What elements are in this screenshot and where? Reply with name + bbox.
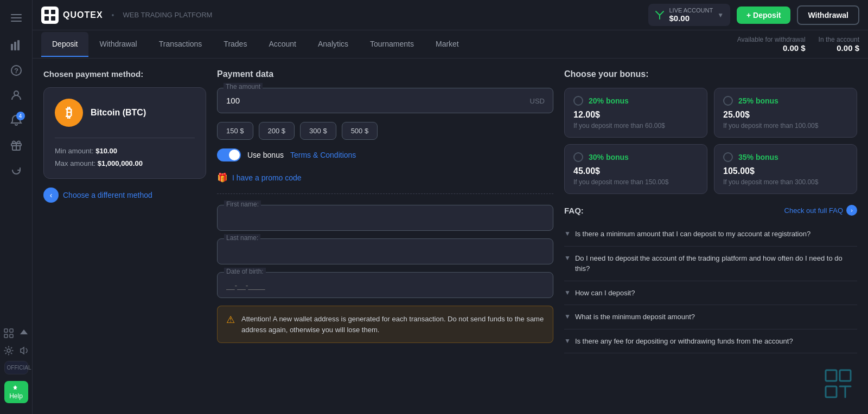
faq-item-1[interactable]: ▼ Is there a minimum amount that I can d…: [564, 222, 857, 247]
terms-link[interactable]: Terms & Conditions: [290, 151, 356, 159]
settings-icon[interactable]: [4, 346, 14, 355]
content-area: Chosen payment method: ₿ Bitcoin (BTC) M…: [33, 59, 868, 414]
official-button[interactable]: OFFICIAL: [4, 361, 28, 374]
last-name-field: Last name:: [217, 238, 553, 264]
faq-chevron-3: ▼: [564, 289, 571, 296]
payment-card: ₿ Bitcoin (BTC) Min amount: $10.00 Max a…: [43, 87, 206, 179]
bonus-radio-25[interactable]: [723, 96, 733, 106]
dob-label: Date of birth:: [224, 268, 266, 275]
gift-icon: 🎁: [217, 172, 228, 183]
tab-transactions[interactable]: Transactions: [148, 32, 213, 57]
bonus-toggle-row: Use bonus Terms & Conditions: [217, 148, 553, 161]
amount-500[interactable]: 500 $: [342, 122, 378, 140]
tab-analytics[interactable]: Analytics: [307, 32, 359, 57]
faq-title: FAQ:: [564, 206, 584, 215]
payment-name: Bitcoin (BTC): [91, 108, 146, 118]
svg-rect-1: [11, 17, 22, 18]
header: QUOTEX • WEB TRADING PLATFORM LIVE ACCOU…: [33, 0, 868, 30]
faq-item-3[interactable]: ▼ How can I deposit?: [564, 281, 857, 306]
bonus-card-25-header: 25% bonus: [723, 96, 848, 106]
use-bonus-toggle[interactable]: [217, 148, 241, 161]
nav-tabs: Deposit Withdrawal Transactions Trades A…: [33, 30, 868, 59]
bonus-card-30[interactable]: 30% bonus 45.00$ If you deposit more tha…: [564, 144, 707, 194]
sidebar-person-icon[interactable]: [5, 85, 27, 106]
tab-market[interactable]: Market: [425, 32, 470, 57]
use-bonus-label: Use bonus: [247, 151, 284, 159]
attention-text: Attention! A new wallet address is gener…: [241, 314, 544, 335]
svg-rect-12: [10, 329, 13, 332]
svg-point-15: [7, 349, 10, 352]
amount-input[interactable]: [217, 88, 553, 113]
platform-text: WEB TRADING PLATFORM: [123, 11, 212, 19]
sidebar-expand-icon[interactable]: [4, 326, 29, 340]
sidebar-chart-icon[interactable]: [5, 35, 27, 56]
help-button[interactable]: Help: [4, 381, 28, 403]
bonus-radio-35[interactable]: [723, 152, 733, 162]
faq-item-2[interactable]: ▼ Do I need to deposit the account of th…: [564, 247, 857, 281]
dob-input[interactable]: [226, 281, 544, 290]
toggle-knob: [229, 150, 240, 160]
bonus-25-condition: If you deposit more than 100.00$: [723, 122, 848, 130]
faq-chevron-1: ▼: [564, 230, 571, 237]
header-withdrawal-button[interactable]: Withdrawal: [797, 5, 859, 25]
bonus-card-20[interactable]: 20% bonus 12.00$ If you deposit more tha…: [564, 88, 707, 138]
svg-point-8: [14, 91, 18, 95]
faq-header: FAQ: Check out full FAQ ›: [564, 205, 857, 216]
bonus-card-35[interactable]: 35% bonus 105.00$ If you deposit more th…: [714, 144, 857, 194]
last-name-input[interactable]: [226, 248, 544, 256]
bonus-30-amount: 45.00$: [573, 166, 698, 176]
amount-200[interactable]: 200 $: [259, 122, 295, 140]
sidebar-menu-icon[interactable]: [5, 7, 27, 29]
min-amount-row: Min amount: $10.00: [55, 147, 195, 155]
bonus-radio-30[interactable]: [573, 152, 583, 162]
logo-text: QUOTEX: [63, 10, 103, 20]
tab-tournaments[interactable]: Tournaments: [359, 32, 425, 57]
tab-withdrawal[interactable]: Withdrawal: [88, 32, 148, 57]
volume-icon[interactable]: [19, 346, 29, 355]
bonus-radio-20[interactable]: [573, 96, 583, 106]
header-deposit-button[interactable]: + Deposit: [737, 7, 790, 24]
payment-method-title: Chosen payment method:: [43, 69, 206, 79]
amount-300[interactable]: 300 $: [300, 122, 336, 140]
tab-account[interactable]: Account: [258, 32, 307, 57]
bonus-30-condition: If you deposit more than 150.00$: [573, 178, 698, 186]
faq-text-5: Is there any fee for depositing or withd…: [575, 336, 793, 347]
right-panel: Choose your bonus: 20% bonus 12.00$ If y…: [564, 69, 857, 403]
sidebar-gift-icon[interactable]: [5, 134, 27, 156]
first-name-input[interactable]: [226, 214, 544, 223]
promo-code-link[interactable]: 🎁 I have a promo code: [217, 172, 553, 194]
signal-icon: [655, 10, 665, 20]
svg-rect-5: [17, 40, 20, 50]
payment-data-title: Payment data: [217, 69, 553, 79]
faq-full-link[interactable]: Check out full FAQ ›: [784, 205, 857, 216]
svg-rect-16: [44, 10, 49, 14]
tab-deposit[interactable]: Deposit: [41, 32, 88, 57]
faq-chevron-4: ▼: [564, 313, 571, 320]
svg-rect-17: [51, 10, 55, 14]
bonus-card-25[interactable]: 25% bonus 25.00$ If you deposit more tha…: [714, 88, 857, 138]
bonus-section-title: Choose your bonus:: [564, 69, 857, 79]
faq-item-5[interactable]: ▼ Is there any fee for depositing or wit…: [564, 329, 857, 354]
choose-different-method[interactable]: ‹ Choose a different method: [43, 187, 206, 203]
svg-rect-19: [51, 16, 55, 21]
max-amount-row: Max amount: $1,000,000.00: [55, 159, 195, 167]
amount-150[interactable]: 150 $: [217, 122, 253, 140]
svg-text:?: ?: [14, 67, 18, 75]
sidebar-help-icon[interactable]: ?: [5, 60, 27, 81]
bonus-35-label: 35% bonus: [738, 153, 778, 161]
faq-item-4[interactable]: ▼ What is the minimum deposit amount?: [564, 305, 857, 329]
currency-suffix: USD: [530, 96, 545, 105]
sidebar: ? 4: [0, 0, 33, 414]
available-for-withdrawal: Available for withdrawal 0.00 $: [737, 36, 806, 53]
faq-arrow-icon: ›: [846, 205, 857, 216]
tab-trades[interactable]: Trades: [213, 32, 258, 57]
sidebar-settings-row: [4, 344, 29, 358]
faq-text-3: How can I deposit?: [575, 288, 635, 299]
bonus-35-amount: 105.00$: [723, 166, 848, 176]
svg-rect-3: [11, 44, 13, 50]
svg-rect-21: [840, 370, 851, 381]
sidebar-notifications-icon[interactable]: 4: [5, 109, 27, 131]
first-name-label: First name:: [224, 200, 261, 208]
sidebar-refresh-icon[interactable]: [5, 159, 27, 181]
live-account-selector[interactable]: LIVE ACCOUNT $0.00 ▼: [648, 4, 730, 26]
